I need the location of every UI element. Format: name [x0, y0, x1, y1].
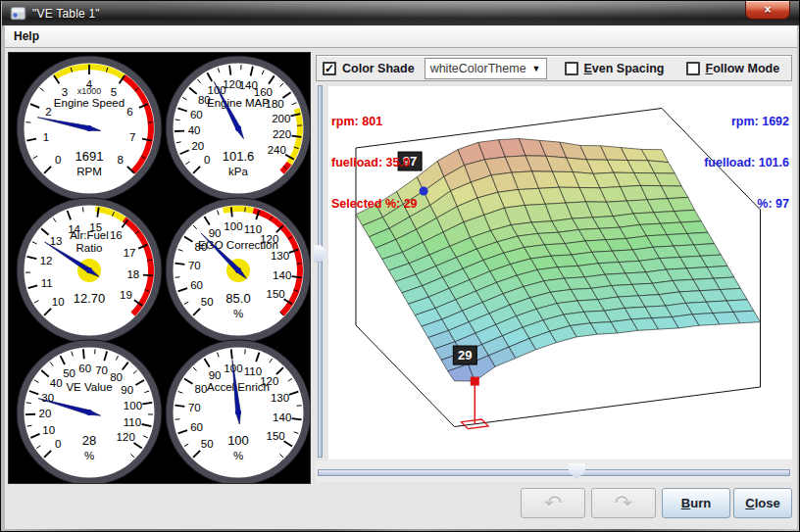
close-button[interactable]: Close: [733, 488, 792, 518]
svg-text:29: 29: [458, 348, 472, 363]
svg-text:0: 0: [204, 154, 210, 166]
color-shade-checkbox[interactable]: ✓ Color Shade: [323, 62, 415, 75]
color-theme-select[interactable]: whiteColorTheme ▼: [425, 58, 547, 79]
svg-text:10: 10: [52, 296, 65, 308]
svg-text:110: 110: [124, 416, 141, 428]
svg-text:20: 20: [191, 140, 204, 152]
gauge-ego-correction: 5060708090100110120130140150EGO Correcti…: [167, 199, 311, 343]
svg-text:EGO Correction: EGO Correction: [198, 239, 278, 251]
ve-3d-graph[interactable]: rpm: 801 fuelload: 35.0 Selected %: 29 r…: [328, 86, 792, 459]
svg-text:60: 60: [190, 109, 203, 121]
cursor-marker[interactable]: [420, 187, 428, 196]
follow-mode-label: Follow Mode: [706, 62, 780, 75]
svg-text:kPa: kPa: [228, 166, 248, 177]
svg-text:40: 40: [188, 124, 201, 136]
selected-rpm: rpm: 801: [331, 115, 418, 128]
svg-text:101.6: 101.6: [223, 149, 255, 164]
svg-text:120: 120: [117, 431, 135, 443]
menubar: Help: [5, 25, 797, 48]
undo-button[interactable]: ↶: [521, 488, 585, 518]
svg-text:10: 10: [42, 424, 55, 436]
svg-text:Air:Fuel: Air:Fuel: [70, 229, 109, 241]
svg-text:8: 8: [118, 154, 124, 166]
svg-text:140: 140: [273, 269, 291, 281]
svg-text:0: 0: [55, 438, 61, 450]
gauge-engine-speed: 012345678x1000Engine Speed1691RPM: [18, 57, 162, 201]
svg-text:60: 60: [190, 421, 203, 433]
vertical-rotate-slider[interactable]: [313, 85, 328, 458]
chevron-down-icon: ▼: [532, 64, 541, 73]
gauge-ve-value: 0102030405060708090100110120VE Value28%: [18, 341, 162, 484]
svg-text:20: 20: [39, 408, 52, 419]
color-shade-label: Color Shade: [342, 62, 415, 75]
cursor-rpm: rpm: 1692: [704, 115, 789, 128]
svg-text:1691: 1691: [75, 149, 104, 164]
horizontal-slider-track[interactable]: [318, 469, 790, 476]
svg-text:150: 150: [267, 288, 285, 300]
svg-text:90: 90: [121, 384, 133, 396]
svg-text:70: 70: [95, 364, 108, 376]
cursor-percent: %: 97: [704, 197, 789, 211]
svg-text:x1000: x1000: [77, 86, 102, 96]
close-window-button[interactable]: ×: [745, 1, 790, 20]
svg-text:5: 5: [111, 86, 117, 98]
graph-toolbar: ✓ Color Shade whiteColorTheme ▼ Even Spa…: [316, 55, 792, 81]
svg-text:60: 60: [190, 279, 203, 291]
svg-text:40: 40: [50, 377, 63, 389]
svg-text:11: 11: [41, 277, 53, 289]
selected-cell-marker[interactable]: [471, 377, 479, 386]
checkbox-box: ✓: [323, 62, 336, 75]
svg-text:50: 50: [63, 367, 75, 379]
even-spacing-label: Even Spacing: [584, 62, 665, 75]
titlebar[interactable]: "VE Table 1" ×: [2, 1, 799, 25]
follow-mode-checkbox[interactable]: Follow Mode: [686, 62, 780, 75]
even-spacing-checkbox[interactable]: Even Spacing: [565, 62, 665, 75]
vertical-slider-track[interactable]: [318, 85, 323, 458]
svg-text:100: 100: [124, 400, 142, 411]
svg-text:100: 100: [227, 433, 249, 448]
svg-text:80: 80: [194, 383, 207, 395]
svg-text:60: 60: [78, 363, 91, 374]
gauge-engine-map: 020406080100120140160180200220240Engine …: [167, 57, 311, 201]
svg-text:%: %: [84, 450, 94, 461]
svg-text:19: 19: [120, 289, 132, 301]
svg-text:VE Value: VE Value: [66, 381, 112, 393]
redo-icon: ↷: [615, 491, 632, 515]
svg-text:70: 70: [188, 260, 201, 271]
svg-text:1: 1: [43, 131, 49, 143]
svg-text:70: 70: [188, 402, 201, 413]
svg-text:100: 100: [224, 220, 242, 232]
svg-text:50: 50: [201, 438, 214, 450]
menu-help[interactable]: Help: [5, 26, 48, 46]
svg-text:%: %: [233, 450, 243, 461]
redo-button[interactable]: ↷: [591, 488, 656, 518]
svg-text:28: 28: [82, 433, 96, 448]
svg-text:140: 140: [273, 411, 291, 423]
gauge-cluster: 012345678x1000Engine Speed1691RPM0204060…: [9, 53, 310, 483]
combo-value: whiteColorTheme: [430, 62, 526, 75]
svg-text:90: 90: [209, 227, 222, 239]
vertical-slider-thumb[interactable]: [314, 245, 327, 262]
svg-text:Ratio: Ratio: [76, 242, 103, 254]
svg-text:Engine MAP: Engine MAP: [207, 97, 270, 109]
svg-text:90: 90: [209, 369, 222, 381]
cursor-readout: rpm: 1692 fuelload: 101.6 %: 97: [704, 87, 789, 238]
selected-percent: Selected %: 29: [331, 197, 418, 211]
svg-text:0: 0: [55, 154, 61, 166]
svg-text:3: 3: [62, 86, 68, 98]
burn-button[interactable]: Burn: [662, 488, 730, 518]
svg-text:16: 16: [110, 229, 123, 241]
checkbox-box: [686, 62, 700, 75]
gauge-air-fuel-ratio: 10111213141516171819Air:FuelRatio12.70: [18, 199, 162, 343]
svg-text:50: 50: [201, 296, 214, 308]
svg-text:240: 240: [268, 144, 286, 156]
svg-text:130: 130: [271, 392, 289, 404]
horizontal-slider-thumb[interactable]: [569, 463, 585, 479]
app-icon: [10, 6, 26, 21]
horizontal-rotate-slider[interactable]: [316, 460, 792, 482]
svg-text:200: 200: [272, 113, 290, 124]
cursor-fuelload: fuelload: 101.6: [704, 156, 789, 169]
svg-text:85.0: 85.0: [225, 291, 250, 306]
svg-text:Accel Enrich: Accel Enrich: [207, 381, 270, 393]
svg-text:18: 18: [126, 268, 139, 280]
